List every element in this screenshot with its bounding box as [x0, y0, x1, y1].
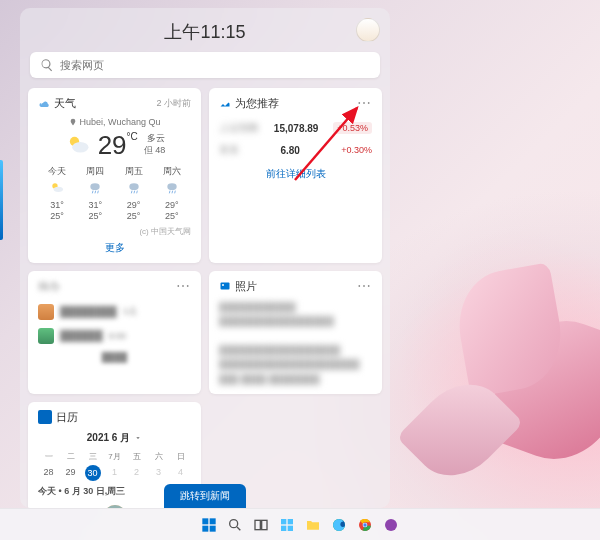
todo-item-0: ████████	[60, 306, 117, 317]
weather-temp: 29°C	[98, 132, 138, 158]
svg-line-6	[95, 191, 96, 194]
todo-item-1: ██████	[60, 330, 103, 341]
photos-content-blurred: ████████████████████████████████████████…	[219, 300, 372, 386]
svg-rect-31	[255, 520, 260, 529]
todo-thumb-1	[38, 328, 54, 344]
start-button[interactable]	[199, 515, 219, 535]
photos-icon	[219, 280, 231, 292]
calendar-day[interactable]: 1	[104, 465, 125, 481]
chrome-button[interactable]	[355, 515, 375, 535]
calendar-day[interactable]: 29	[60, 465, 81, 481]
search-input[interactable]	[60, 59, 370, 71]
weather-condition: 多云 但 48	[144, 133, 166, 156]
svg-line-10	[134, 191, 135, 194]
avatar[interactable]	[356, 18, 380, 42]
stock-name-1: 某某	[219, 143, 239, 157]
calendar-icon	[38, 410, 52, 424]
stocks-detail-link[interactable]: 前往详细列表	[219, 167, 372, 181]
svg-rect-34	[288, 519, 293, 524]
svg-rect-27	[202, 525, 208, 531]
stocks-more-menu[interactable]: ⋯	[357, 100, 372, 107]
svg-rect-32	[262, 520, 267, 529]
stock-name-0: 上证指数	[219, 121, 259, 135]
chevron-down-icon	[134, 434, 142, 442]
svg-line-30	[237, 527, 240, 530]
calendar-title: 日历	[56, 410, 78, 425]
svg-rect-26	[210, 518, 216, 524]
stocks-icon	[219, 98, 231, 110]
stock-value-1: 6.80	[280, 145, 299, 156]
goto-news-button[interactable]: 跳转到新闻	[164, 484, 246, 508]
weather-more-link[interactable]: 更多	[38, 241, 191, 255]
svg-line-11	[136, 191, 137, 194]
svg-point-29	[230, 519, 238, 527]
calendar-day[interactable]: 28	[38, 465, 59, 481]
widgets-taskbar-button[interactable]	[277, 515, 297, 535]
search-icon	[40, 58, 54, 72]
todo-thumb-0	[38, 304, 54, 320]
weather-icon	[38, 98, 50, 110]
svg-point-4	[91, 183, 100, 190]
widgets-panel: 上午11:15 天气 2 小时前 Hubei, Wuchang Qu 29°C	[20, 8, 390, 508]
photos-title: 照片	[235, 279, 257, 294]
svg-rect-35	[281, 525, 286, 530]
svg-line-5	[93, 191, 94, 194]
forecast-day: 周六29°25°	[163, 165, 181, 222]
weather-title: 天气	[54, 96, 76, 111]
taskbar	[0, 508, 600, 540]
calendar-day[interactable]: 3	[148, 465, 169, 481]
location-icon	[69, 118, 77, 126]
forecast-day: 今天31°25°	[48, 165, 66, 222]
search-taskbar-button[interactable]	[225, 515, 245, 535]
stock-value-0: 15,078.89	[274, 123, 319, 134]
app-button[interactable]	[381, 515, 401, 535]
svg-point-1	[72, 142, 88, 153]
explorer-button[interactable]	[303, 515, 323, 535]
panel-time: 上午11:15	[164, 20, 245, 44]
calendar-day[interactable]: 4	[170, 465, 191, 481]
stocks-title: 为您推荐	[235, 96, 279, 111]
svg-rect-28	[210, 525, 216, 531]
left-snap-indicator	[0, 160, 3, 240]
svg-point-3	[54, 187, 63, 192]
stock-change-1: +0.30%	[341, 145, 372, 155]
calendar-day[interactable]: 2	[126, 465, 147, 481]
weather-card[interactable]: 天气 2 小时前 Hubei, Wuchang Qu 29°C 多云 但 48 …	[28, 88, 201, 263]
svg-line-13	[169, 191, 170, 194]
search-box[interactable]	[30, 52, 380, 78]
svg-line-9	[131, 191, 132, 194]
todo-card[interactable]: 待办 ⋯ ████████1点 ██████9:00 ████	[28, 271, 201, 394]
stock-change-0: +0.53%	[333, 122, 372, 134]
svg-point-42	[363, 523, 366, 526]
weather-location: Hubei, Wuchang Qu	[38, 117, 191, 127]
svg-point-17	[222, 284, 224, 286]
svg-rect-25	[202, 518, 208, 524]
forecast-day: 周五29°25°	[125, 165, 143, 222]
svg-point-8	[129, 183, 138, 190]
photos-more-menu[interactable]: ⋯	[357, 283, 372, 290]
weather-attribution: (c) 中国天气网	[38, 226, 191, 237]
forecast-day: 周四31°25°	[86, 165, 104, 222]
svg-rect-36	[288, 525, 293, 530]
svg-rect-33	[281, 519, 286, 524]
svg-line-14	[172, 191, 173, 194]
photos-card[interactable]: 照片 ⋯ ███████████████████████████████████…	[209, 271, 382, 394]
taskview-button[interactable]	[251, 515, 271, 535]
svg-line-7	[98, 191, 99, 194]
svg-point-43	[385, 519, 397, 531]
current-weather-icon	[64, 131, 92, 159]
stocks-card[interactable]: 为您推荐 ⋯ 上证指数 15,078.89 +0.53% 某某 6.80 +0.…	[209, 88, 382, 263]
svg-point-12	[167, 183, 176, 190]
edge-button[interactable]	[329, 515, 349, 535]
calendar-month[interactable]: 2021 6 月	[38, 431, 191, 445]
weather-updated: 2 小时前	[156, 97, 191, 110]
todo-footer: ████	[38, 352, 191, 362]
calendar-day[interactable]: 30	[82, 465, 103, 481]
svg-rect-16	[221, 283, 230, 290]
todo-more-menu[interactable]: ⋯	[176, 283, 191, 290]
svg-line-15	[175, 191, 176, 194]
